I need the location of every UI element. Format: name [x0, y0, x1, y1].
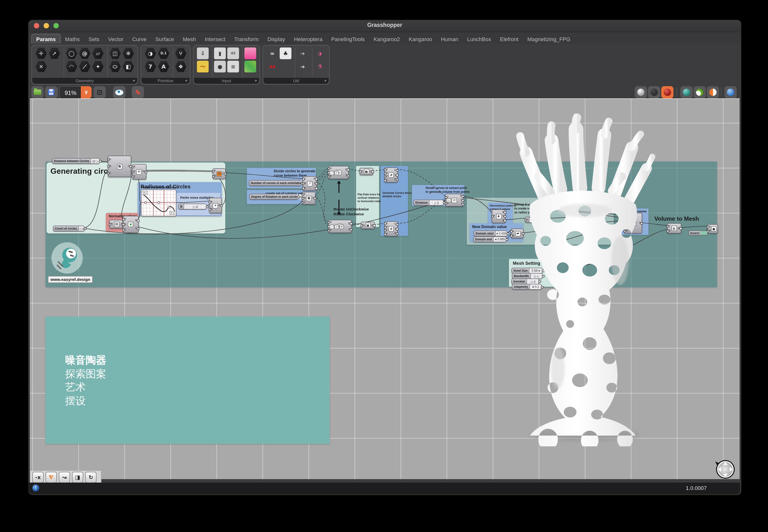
x-icon[interactable]: ✕ — [35, 61, 47, 72]
jump-icon[interactable]: ➔ — [297, 61, 309, 72]
segment-icon[interactable]: ⟋ — [79, 61, 91, 72]
slider-domain-start[interactable]: Domain start● 1.418 — [474, 231, 507, 236]
circle-icon[interactable]: ◯ — [66, 47, 77, 59]
menu-tab-panelingtools[interactable]: PanelingTools — [327, 34, 369, 44]
integer-icon[interactable]: 7 — [144, 61, 156, 72]
component-series-1[interactable]: SNC⧉S — [108, 156, 131, 177]
slider-icon[interactable]: ⇩ — [197, 47, 209, 59]
menu-tab-intersect[interactable]: Intersect — [200, 34, 230, 44]
spiral-icon[interactable]: @ — [79, 47, 91, 59]
swatch-color[interactable] — [701, 231, 708, 235]
component-flip-matrix-1[interactable]: D▦D — [360, 168, 373, 175]
open-file-button[interactable] — [31, 86, 44, 98]
box-icon[interactable]: ◫ — [109, 47, 121, 59]
swatch-component[interactable]: Swatch — [689, 231, 708, 235]
menu-tab-curve[interactable]: Curve — [128, 34, 151, 44]
relay-icon[interactable]: ➔ — [297, 47, 309, 59]
glasses-icon[interactable]: ∞ — [267, 47, 278, 59]
component-flip-matrix-2[interactable]: D▦D — [361, 222, 375, 229]
gem-icon[interactable]: ⬗ — [314, 47, 326, 59]
save-file-button[interactable] — [45, 86, 57, 98]
knob-icon[interactable]: ● — [214, 61, 226, 72]
slider-value[interactable]: 10 ◇ — [91, 159, 99, 163]
slider-count-of-circles[interactable]: Count of circles◇ 5 — [53, 226, 85, 231]
component-construct-point[interactable]: XYZ✛Pt — [132, 164, 146, 180]
component-interpolate-1[interactable]: VDPK↺CLD — [384, 167, 398, 183]
tree-icon[interactable]: ♣ — [280, 47, 292, 59]
lattice-icon[interactable]: ❄ — [122, 47, 134, 59]
component-rotate-clockwise[interactable]: GAP↺GX◔⇧⬈ — [328, 220, 352, 233]
zoom-dropdown[interactable]: ∨ — [81, 86, 92, 98]
component-deconstruct-point[interactable]: P⋔XYZ — [492, 209, 505, 223]
menu-tab-sets[interactable]: Sets — [84, 34, 104, 44]
component-divide-distance[interactable]: CD⤫PTt⇩ — [445, 194, 463, 207]
sparkle-icon[interactable]: ✦ — [92, 61, 104, 72]
palette-expand-button[interactable]: + — [255, 78, 257, 84]
slider-value[interactable]: ● 0.995 — [494, 237, 506, 242]
image-icon[interactable] — [245, 61, 256, 72]
component-circle-cnr[interactable]: PR◷C — [213, 168, 226, 179]
graph-mapper[interactable]: 0:1 0:1 — [141, 189, 176, 216]
slider-value[interactable]: ◇ 9 — [184, 204, 206, 209]
component-divide-comp[interactable]: CNK⟋PTt — [303, 176, 317, 191]
menu-tab-kangaroo[interactable]: Kangaroo — [404, 34, 436, 44]
component-interpolate-2[interactable]: VDPK↺CLD — [384, 221, 398, 236]
sketch-tool-button[interactable]: ✎ — [132, 86, 144, 98]
only-draw-selected-button[interactable] — [680, 86, 693, 98]
gradient-icon[interactable] — [245, 47, 256, 59]
component-multiply[interactable]: AB✕R — [209, 198, 222, 213]
slider-perlin-b[interactable]: B◇ 9 — [178, 204, 207, 209]
cylinder-icon[interactable]: ⬭ — [109, 61, 121, 72]
cherries-icon[interactable]: ●● — [267, 61, 278, 72]
menu-tab-lunchbox[interactable]: LunchBox — [463, 34, 495, 44]
slider-distance-between-circles[interactable]: Distance between Circles10 ◇ — [52, 158, 100, 164]
preview-mesh-quality-button[interactable] — [724, 86, 737, 98]
arc-icon[interactable]: ◠ — [66, 61, 77, 72]
preview-wireframe-button[interactable] — [635, 86, 647, 98]
component-remap-norm[interactable]: VST▼RC — [123, 216, 138, 233]
cluster-icon[interactable]: ❖ — [175, 61, 186, 72]
menu-tab-heteroptera[interactable]: Heteroptera — [290, 34, 327, 44]
menu-tab-surface[interactable]: Surface — [151, 34, 178, 44]
expression-button[interactable]: -x — [32, 472, 44, 483]
palette-expand-button[interactable]: + — [185, 78, 187, 84]
digits-icon[interactable]: 45 — [227, 47, 239, 59]
toggle-icon[interactable]: ▮ — [214, 47, 226, 59]
zoom-extents-button[interactable]: ⊡ — [93, 86, 106, 98]
palette-expand-button[interactable]: + — [132, 78, 135, 84]
component-bounds-norm[interactable]: N▤I — [109, 220, 123, 229]
draw-icons-button[interactable] — [694, 86, 706, 98]
panel-icon[interactable]: ≡ — [227, 61, 239, 72]
menu-tab-transform[interactable]: Transform — [230, 34, 263, 44]
definition-canvas[interactable]: Generating circlesRadiuses of CirclesPer… — [30, 98, 740, 479]
component-custom-preview[interactable]: GM▣ — [707, 224, 718, 233]
menu-tab-display[interactable]: Display — [263, 34, 290, 44]
plane-icon[interactable]: ▱ — [92, 47, 104, 59]
draw-fancy-wires-button[interactable] — [707, 86, 719, 98]
component-series-2[interactable]: SNC⧉S — [302, 192, 315, 205]
preview-toggle-button[interactable] — [113, 86, 125, 98]
brep-icon[interactable]: ◧ — [122, 61, 134, 72]
menu-tab-magnetizing_fpg[interactable]: Magnetizing_FPG — [523, 34, 575, 44]
menu-tab-vector[interactable]: Vector — [104, 34, 128, 44]
menu-tab-elefront[interactable]: Elefront — [495, 34, 523, 44]
slider-value[interactable]: ◇ 2 — [430, 200, 443, 205]
slider-degree-of-rotation[interactable]: Degree of Rotation in each circle100 ◇ — [249, 194, 298, 200]
timer-button[interactable]: ↻ — [85, 472, 96, 483]
preview-hidden-button[interactable] — [648, 86, 660, 98]
number-icon[interactable]: 0.1 — [158, 47, 169, 59]
menu-tab-human[interactable]: Human — [436, 34, 463, 44]
zoom-level[interactable]: 91% — [59, 86, 82, 99]
navigation-ball[interactable] — [713, 458, 736, 480]
slider-distance[interactable]: Distance◇ 2 — [413, 200, 444, 206]
menu-tab-maths[interactable]: Maths — [61, 34, 84, 44]
path-icon[interactable]: ⑂ — [175, 47, 186, 59]
menu-tab-params[interactable]: Params — [31, 34, 61, 44]
vector-icon[interactable]: ➚ — [48, 47, 60, 59]
menu-tab-kangaroo2[interactable]: Kangaroo2 — [369, 34, 404, 44]
component-volume-to-mesh-comp[interactable]: VS◍M — [667, 223, 681, 233]
paint-drip-button[interactable]: ⧨ — [46, 472, 57, 483]
text-icon[interactable]: A — [158, 61, 169, 72]
slider-value[interactable]: ◇ 5 — [79, 226, 84, 231]
boolean-icon[interactable]: ◑ — [144, 47, 156, 59]
